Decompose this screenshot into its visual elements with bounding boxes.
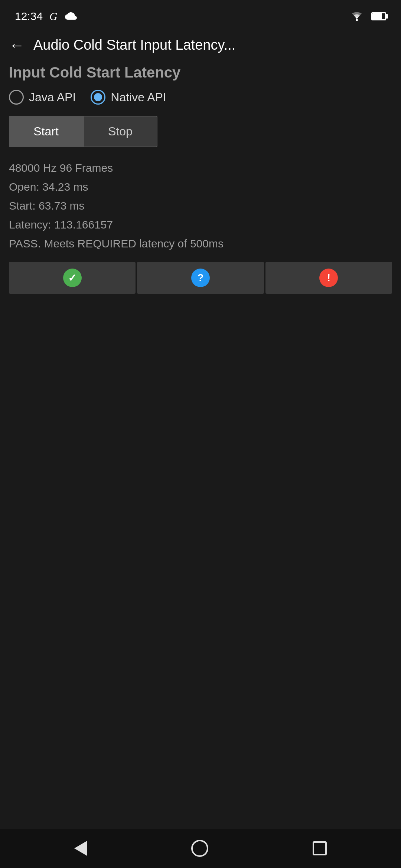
nav-home-icon [191,840,208,857]
native-radio-inner [94,93,102,101]
info-icon: ? [191,269,210,287]
nav-bar [0,829,401,868]
java-radio-outer [9,90,24,105]
nav-home-button[interactable] [191,840,208,857]
java-api-label: Java API [29,91,76,104]
time-display: 12:34 [15,10,43,23]
info-section: 48000 Hz 96 Frames Open: 34.23 ms Start:… [9,158,392,253]
toolbar: ← Audio Cold Start Input Latency... [0,30,401,60]
pass-icon: ✓ [63,269,82,287]
native-api-label: Native API [111,91,166,104]
nav-back-button[interactable] [74,841,87,856]
status-bar-left: 12:34 G [15,10,78,23]
status-bar-right [349,11,386,22]
battery-icon [371,12,386,20]
info-latency: Latency: 113.166157 [9,215,392,234]
warning-icon: ! [319,269,338,287]
main-content: Input Cold Start Latency Java API Native… [0,60,401,829]
wifi-icon [349,11,365,22]
status-buttons: ✓ ? ! [9,262,392,294]
page-title: Audio Cold Start Input Latency... [33,37,235,53]
info-pass: PASS. Meets REQUIRED latency of 500ms [9,234,392,253]
google-icon: G [49,10,58,23]
native-api-radio[interactable]: Native API [91,90,166,105]
start-button[interactable]: Start [9,116,83,147]
control-buttons: Start Stop [9,116,392,147]
pass-status-button[interactable]: ✓ [9,262,136,294]
nav-recent-icon [313,841,327,855]
stop-button[interactable]: Stop [83,116,157,147]
cloud-icon [64,12,78,21]
info-open: Open: 34.23 ms [9,177,392,196]
info-hz-frames: 48000 Hz 96 Frames [9,158,392,177]
api-selector: Java API Native API [9,90,392,105]
svg-point-0 [356,19,358,21]
section-title: Input Cold Start Latency [9,64,392,81]
back-button[interactable]: ← [9,37,25,53]
nav-back-icon [74,841,87,856]
info-status-button[interactable]: ? [137,262,264,294]
info-start: Start: 63.73 ms [9,196,392,215]
java-api-radio[interactable]: Java API [9,90,76,105]
native-radio-outer [91,90,105,105]
warning-status-button[interactable]: ! [265,262,392,294]
status-bar: 12:34 G [0,0,401,30]
nav-recent-button[interactable] [313,841,327,855]
